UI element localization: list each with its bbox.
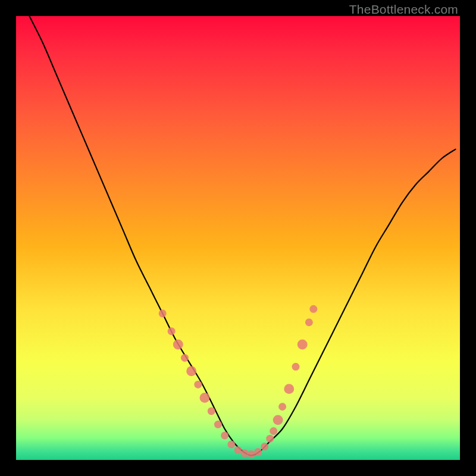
highlighted-points	[159, 305, 318, 458]
marker-dot	[200, 393, 210, 403]
marker-dot	[173, 340, 183, 350]
chart-frame: TheBottleneck.com	[0, 0, 476, 476]
marker-dot	[227, 440, 235, 448]
marker-dot	[241, 449, 249, 457]
marker-dot	[273, 415, 283, 425]
marker-dot	[298, 340, 308, 350]
marker-dot	[254, 448, 262, 456]
marker-dot	[208, 407, 215, 415]
marker-dot	[305, 318, 313, 326]
bottleneck-curve	[29, 16, 455, 456]
curve-svg	[16, 16, 460, 460]
marker-dot	[181, 354, 189, 362]
marker-dot	[234, 446, 242, 454]
marker-dot	[309, 305, 317, 313]
marker-dot	[278, 403, 286, 411]
plot-area	[16, 16, 460, 460]
marker-dot	[194, 381, 202, 389]
marker-dot	[292, 363, 299, 371]
marker-dot	[261, 443, 268, 450]
marker-dot	[266, 435, 274, 443]
marker-dot	[168, 327, 176, 335]
watermark-text: TheBottleneck.com	[349, 2, 458, 17]
marker-dot	[159, 309, 167, 317]
marker-dot	[248, 450, 255, 458]
marker-dot	[270, 427, 277, 435]
marker-dot	[186, 366, 196, 376]
marker-dot	[284, 384, 294, 394]
marker-dot	[221, 431, 228, 439]
marker-dot	[214, 421, 222, 428]
